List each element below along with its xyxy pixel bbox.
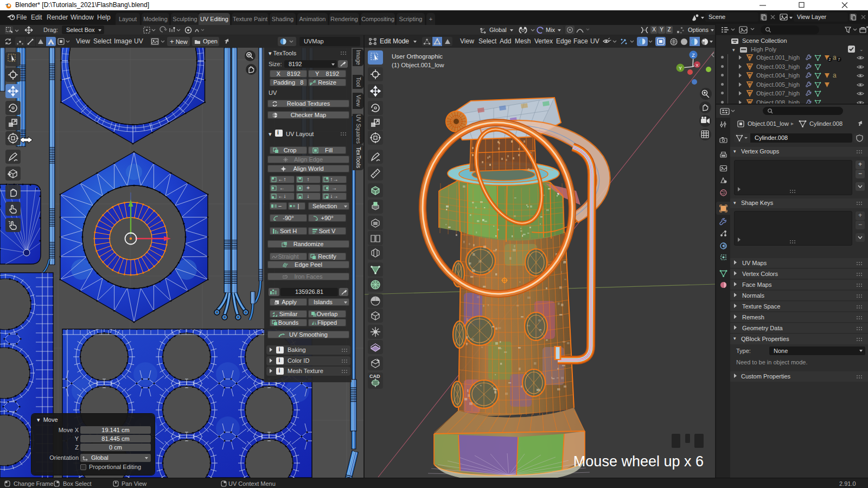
svg-text:Z: Z [692,53,695,58]
svg-text:Y: Y [679,66,682,71]
svg-text:Mouse wheel up x 6: Mouse wheel up x 6 [573,453,704,470]
svg-text:X: X [695,63,699,68]
svg-text:(1) Object.001_low: (1) Object.001_low [392,62,444,68]
svg-text:User Orthographic: User Orthographic [392,53,443,60]
